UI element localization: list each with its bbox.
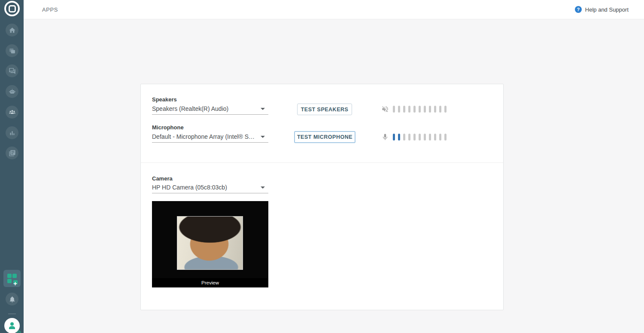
sidebar-item-chat[interactable] xyxy=(6,64,18,77)
test-speakers-button[interactable]: TEST SPEAKERS xyxy=(297,104,352,115)
sidebar-item-meetings[interactable] xyxy=(6,44,18,57)
screen-share-icon xyxy=(9,47,16,55)
speakers-label: Speakers xyxy=(152,96,177,103)
sidebar-divider xyxy=(8,314,16,314)
sidebar-item-apps[interactable]: + xyxy=(3,270,21,287)
help-and-support[interactable]: ? Help and Support xyxy=(575,6,629,13)
sidebar-item-bot[interactable] xyxy=(6,85,18,98)
speaker-muted-icon xyxy=(381,105,389,113)
sidebar-item-news[interactable] xyxy=(6,147,18,159)
speaker-meter-bars xyxy=(393,106,450,113)
documents-icon xyxy=(9,150,16,157)
help-label: Help and Support xyxy=(585,6,629,13)
bell-icon xyxy=(9,296,16,303)
camera-select-value: HP HD Camera (05c8:03cb) xyxy=(152,184,261,191)
camera-preview-caption: Preview xyxy=(152,278,268,287)
help-icon: ? xyxy=(575,6,582,13)
main-content: Audio & video settings Speakers Speakers… xyxy=(24,19,644,333)
camera-select[interactable]: HP HD Camera (05c8:03cb) xyxy=(152,182,268,193)
speakers-select[interactable]: Speakers (Realtek(R) Audio) xyxy=(152,103,268,115)
microphone-level-meter xyxy=(381,132,450,142)
microphone-meter-bars xyxy=(393,134,450,141)
sidebar-item-notifications[interactable] xyxy=(6,293,18,306)
app-logo-icon xyxy=(4,1,20,16)
sidebar-profile-avatar[interactable]: ⚙ xyxy=(4,318,20,333)
bot-icon xyxy=(9,88,16,95)
chevron-down-icon xyxy=(261,136,265,138)
sidebar: + ⚙ xyxy=(0,0,24,333)
microphone-icon xyxy=(381,133,389,141)
microphone-select-value: Default - Microphone Array (Intel® Smart… xyxy=(152,133,261,140)
speaker-level-meter xyxy=(381,104,450,114)
top-bar: APPS ? Help and Support xyxy=(24,0,644,19)
chevron-down-icon xyxy=(261,108,265,110)
section-divider xyxy=(141,162,503,163)
sidebar-item-contacts[interactable] xyxy=(6,106,18,119)
chat-icon xyxy=(9,67,16,75)
sidebar-item-home[interactable] xyxy=(6,24,18,37)
settings-card: Speakers Speakers (Realtek(R) Audio) TES… xyxy=(140,84,504,310)
gear-icon: ⚙ xyxy=(16,330,21,333)
camera-preview-image xyxy=(177,216,243,270)
home-icon xyxy=(9,27,16,34)
sidebar-item-analytics[interactable] xyxy=(6,126,18,139)
page-breadcrumb: APPS xyxy=(42,6,58,13)
apps-grid-icon: + xyxy=(7,274,17,283)
camera-preview: Preview xyxy=(152,201,268,287)
bar-chart-icon xyxy=(9,129,16,137)
camera-label: Camera xyxy=(152,175,173,182)
person-icon xyxy=(7,321,17,331)
microphone-select[interactable]: Default - Microphone Array (Intel® Smart… xyxy=(152,131,268,143)
microphone-label: Microphone xyxy=(152,124,184,131)
speakers-select-value: Speakers (Realtek(R) Audio) xyxy=(152,105,261,112)
chevron-down-icon xyxy=(261,186,265,189)
test-microphone-button[interactable]: TEST MICROPHONE xyxy=(294,131,355,143)
people-icon xyxy=(9,109,16,116)
